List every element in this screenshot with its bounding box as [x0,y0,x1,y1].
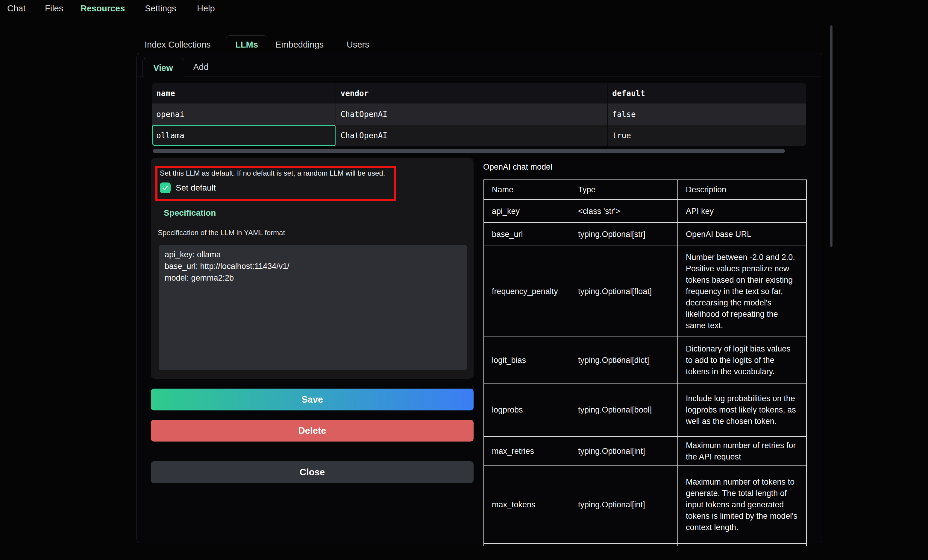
llm-row-ollama[interactable]: ollama ChatOpenAI true [152,125,806,146]
schema-row-frequency-penalty: frequency_penalty typing.Optional[float]… [484,246,806,337]
llm-row-openai[interactable]: openai ChatOpenAI false [152,103,806,125]
tab-llms-label: LLMs [235,40,258,50]
llm-cell-name-selected[interactable]: ollama [152,125,336,146]
llm-detail-form: Set this LLM as default. If no default i… [151,158,473,379]
tab-llms[interactable]: LLMs [226,35,267,53]
nav-item-help[interactable]: Help [197,4,215,14]
schema-cell-type: typing.Optional[int] [570,437,678,466]
schema-cell-name: max_tokens [484,466,570,543]
llm-list-table: name vendor default openai ChatOpenAI fa… [152,83,806,146]
specification-caption: Specification of the LLM in YAML format [158,228,285,237]
nav-item-resources[interactable]: Resources [81,4,125,14]
specification-heading: Specification [164,208,216,218]
schema-cell-description: Include log probabilities on the logprob… [678,383,806,437]
schema-cell-description [678,543,806,546]
schema-row-max-tokens: max_tokens typing.Optional[int] Maximum … [484,466,806,543]
llm-cell-default[interactable]: false [608,103,806,125]
schema-row-logprobs: logprobs typing.Optional[bool] Include l… [484,383,806,437]
vertical-scrollbar-thumb[interactable] [830,26,832,247]
schema-row-api-key: api_key <class 'str'> API key [484,199,806,222]
llm-col-name: name [152,83,336,103]
llm-cell-vendor[interactable]: ChatOpenAI [336,103,608,125]
set-default-label: Set default [176,183,216,193]
close-button[interactable]: Close [151,461,473,483]
schema-cell-description: Maximum number of tokens to generate. Th… [678,466,806,543]
llm-cell-name[interactable]: openai [152,103,336,125]
llm-cell-vendor[interactable]: ChatOpenAI [336,125,608,146]
schema-cell-name: logprobs [484,383,570,437]
schema-row-base-url: base_url typing.Optional[str] OpenAI bas… [484,222,806,246]
subtab-add[interactable]: Add [189,62,213,72]
schema-cell-type: typing.Optional[int] [570,466,678,543]
nav-item-files[interactable]: Files [45,4,63,14]
set-default-note: Set this LLM as default. If no default i… [160,169,394,177]
schema-row-logit-bias: logit_bias typing.Optional[dict] Diction… [484,337,806,383]
schema-col-name: Name [484,180,570,199]
schema-cell-name: max_retries [484,437,570,466]
subtab-view[interactable]: View [142,58,184,78]
set-default-row[interactable]: Set default [160,183,394,193]
llm-cell-default[interactable]: true [608,125,806,146]
schema-cell-name: frequency_penalty [484,246,570,337]
app-window: Chat Files Resources Settings Help Index… [0,0,928,560]
schema-table: Name Type Description api_key <class 'st… [484,180,807,546]
schema-cell-name: api_key [484,199,570,222]
schema-col-description: Description [678,180,806,199]
schema-header-row: Name Type Description [484,180,806,199]
llm-col-vendor: vendor [336,83,608,103]
delete-button[interactable]: Delete [151,420,473,441]
schema-panel-title: OpenAI chat model [483,163,552,172]
schema-cell-type [570,543,678,546]
subtab-separator [137,76,821,77]
specification-yaml-textarea[interactable]: api_key: ollama base_url: http://localho… [159,245,467,370]
schema-cell-name: base_url [484,222,570,246]
schema-cell-description: Maximum number of retries for the API re… [678,437,806,466]
schema-cell-type: typing.Optional[str] [570,222,678,246]
tab-index-collections[interactable]: Index Collections [145,40,211,50]
tab-users[interactable]: Users [346,40,369,50]
llm-table-header-row: name vendor default [152,83,806,103]
schema-cell-description: Dictionary of logit bias values to add t… [678,337,806,383]
annotation-red-box: Set this LLM as default. If no default i… [156,166,396,201]
subtab-view-label: View [153,63,173,73]
nav-item-chat[interactable]: Chat [7,4,26,14]
check-icon [162,184,168,191]
tab-embeddings[interactable]: Embeddings [275,40,324,50]
schema-cell-name [484,543,570,546]
schema-cell-description: OpenAI base URL [678,222,806,246]
schema-col-type: Type [570,180,678,199]
schema-row-max-retries: max_retries typing.Optional[int] Maximum… [484,437,806,466]
schema-cell-description: Number between -2.0 and 2.0. Positive va… [678,246,806,337]
schema-cell-type: typing.Optional[bool] [570,383,678,437]
schema-cell-type: typing.Optional[dict] [570,337,678,383]
llm-table-horizontal-scrollbar[interactable] [153,149,785,153]
schema-cell-description: API key [678,199,806,222]
schema-table-container: Name Type Description api_key <class 'st… [484,180,807,546]
nav-item-settings[interactable]: Settings [145,4,176,14]
schema-row-partial [484,543,806,546]
schema-cell-type: <class 'str'> [570,199,678,222]
save-button[interactable]: Save [151,389,473,411]
llm-col-default: default [608,83,806,103]
schema-cell-name: logit_bias [484,337,570,383]
schema-cell-type: typing.Optional[float] [570,246,678,337]
set-default-checkbox[interactable] [160,183,171,193]
